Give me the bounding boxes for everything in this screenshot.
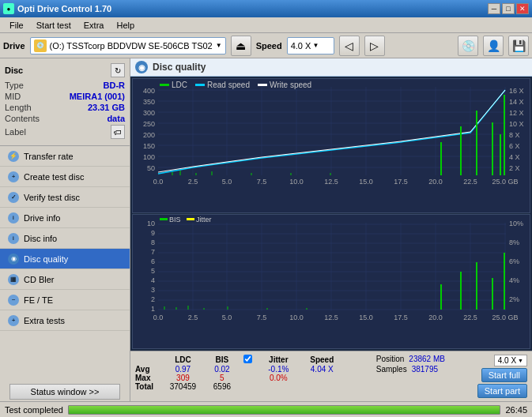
menubar: File Start test Extra Help <box>0 17 532 33</box>
write-speed-legend-color <box>258 84 267 86</box>
svg-text:1: 1 <box>151 305 155 313</box>
sidebar-item-disc-quality[interactable]: ◉ Disc quality <box>0 249 130 269</box>
sidebar: Disc ↻ Type BD-R MID MEIRA1 (001) Length… <box>0 58 130 401</box>
contents-value: data <box>107 114 125 123</box>
max-bis: 5 <box>205 374 240 382</box>
svg-text:25.0 GB: 25.0 GB <box>492 314 518 321</box>
speed-header: Speed <box>300 355 344 365</box>
total-bis: 6596 <box>205 382 240 391</box>
menu-extra[interactable]: Extra <box>77 19 111 32</box>
svg-text:20.0: 20.0 <box>428 314 443 321</box>
menu-file[interactable]: File <box>3 19 30 32</box>
mid-label: MID <box>5 92 21 101</box>
jitter-header: Jitter <box>257 355 300 365</box>
total-label: Total <box>135 382 161 391</box>
avg-label: Avg <box>135 365 161 374</box>
svg-text:2.5: 2.5 <box>188 178 198 186</box>
speed-label: Speed <box>256 41 282 51</box>
sidebar-item-drive-info[interactable]: i Drive info <box>0 208 130 228</box>
svg-text:12.5: 12.5 <box>324 314 338 321</box>
sidebar-nav: ⚡ Transfer rate + Create test disc ✓ Ver… <box>0 146 130 382</box>
disc-info-icon: i <box>8 233 19 244</box>
total-ldc: 370459 <box>161 382 205 391</box>
label-icon-button[interactable]: 🏷 <box>111 125 125 139</box>
start-part-button[interactable]: Start part <box>477 384 527 398</box>
avg-ldc: 0.97 <box>161 365 205 374</box>
disc-refresh-button[interactable]: ↻ <box>111 63 125 77</box>
status-text: Test completed <box>5 405 63 415</box>
drivebar: Drive 💿 (O:) TSSTcorp BDDVDW SE-506CB TS… <box>0 33 532 58</box>
speed-select[interactable]: 4.0 X ▼ <box>287 37 334 54</box>
svg-text:10 X: 10 X <box>509 120 524 128</box>
back-button[interactable]: ◁ <box>339 36 360 56</box>
drive-select[interactable]: 💿 (O:) TSSTcorp BDDVDW SE-506CB TS02 ▼ <box>30 37 226 54</box>
extra-tests-icon: + <box>8 315 19 326</box>
length-label: Length <box>5 103 32 112</box>
svg-text:10.0: 10.0 <box>289 178 304 186</box>
jitter-checkbox[interactable] <box>243 355 252 363</box>
mid-value: MEIRA1 (001) <box>70 92 125 101</box>
type-label: Type <box>5 81 24 90</box>
menu-start-test[interactable]: Start test <box>30 19 77 32</box>
nav-label-verify-test-disc: Verify test disc <box>24 193 80 202</box>
svg-text:3: 3 <box>151 286 155 294</box>
samples-label: Samples <box>376 365 407 374</box>
svg-text:4%: 4% <box>509 276 519 284</box>
samples-value: 381795 <box>412 365 438 374</box>
svg-text:7.5: 7.5 <box>257 178 267 186</box>
svg-text:6 X: 6 X <box>509 142 520 150</box>
disc-panel: Disc ↻ Type BD-R MID MEIRA1 (001) Length… <box>0 58 130 146</box>
svg-text:10%: 10% <box>509 220 523 227</box>
read-speed-legend-label: Read speed <box>207 81 250 89</box>
disc-quality-header: ◉ Disc quality <box>130 58 532 77</box>
max-jitter: 0.0% <box>257 374 300 382</box>
avg-speed: 4.04 X <box>300 365 344 374</box>
sidebar-item-verify-test-disc[interactable]: ✓ Verify test disc <box>0 187 130 208</box>
max-ldc: 309 <box>161 374 205 382</box>
label-label: Label <box>5 127 26 137</box>
close-button[interactable]: ✕ <box>516 3 529 14</box>
sidebar-item-disc-info[interactable]: i Disc info <box>0 228 130 249</box>
svg-text:2%: 2% <box>509 295 519 303</box>
svg-text:8%: 8% <box>509 239 519 246</box>
action-buttons: 4.0 X ▼ Start full Start part <box>477 355 527 398</box>
menu-help[interactable]: Help <box>110 19 141 32</box>
position-label: Position <box>376 355 405 363</box>
minimize-button[interactable]: ─ <box>488 3 500 14</box>
disc-button[interactable]: 💿 <box>458 36 478 56</box>
progress-bar-fill <box>69 406 500 414</box>
forward-button[interactable]: ▷ <box>364 36 385 56</box>
svg-text:7.5: 7.5 <box>257 314 267 321</box>
transfer-rate-icon: ⚡ <box>8 151 19 162</box>
ldc-legend-label: LDC <box>172 81 187 89</box>
svg-text:200: 200 <box>143 131 155 139</box>
svg-text:Jitter: Jitter <box>196 216 212 224</box>
speed-value: 4.0 X <box>291 41 311 51</box>
write-speed-legend-label: Write speed <box>270 81 311 89</box>
sidebar-item-transfer-rate[interactable]: ⚡ Transfer rate <box>0 146 130 167</box>
svg-text:20.0: 20.0 <box>428 178 443 186</box>
position-value: 23862 MB <box>409 355 445 363</box>
svg-text:350: 350 <box>143 98 155 106</box>
statusbar: Test completed 26:45 <box>0 401 532 417</box>
nav-label-transfer-rate: Transfer rate <box>24 152 74 161</box>
start-full-button[interactable]: Start full <box>481 368 527 382</box>
svg-text:0.0: 0.0 <box>153 178 164 186</box>
speed-display: 4.0 X ▼ <box>494 355 527 366</box>
maximize-button[interactable]: □ <box>502 3 515 14</box>
save-button[interactable]: 💾 <box>508 36 529 56</box>
svg-text:2: 2 <box>151 295 155 303</box>
eject-button[interactable]: ⏏ <box>231 36 251 56</box>
sidebar-item-cd-bler[interactable]: ▦ CD Bler <box>0 269 130 290</box>
status-window-button[interactable]: Status window >> <box>9 384 120 400</box>
time-text: 26:45 <box>505 405 527 415</box>
svg-text:5.0: 5.0 <box>222 178 232 186</box>
svg-text:12.5: 12.5 <box>324 178 338 186</box>
sidebar-item-create-test-disc[interactable]: + Create test disc <box>0 167 130 187</box>
svg-text:15.0: 15.0 <box>359 314 373 321</box>
read-speed-legend-color <box>195 84 205 86</box>
create-test-disc-icon: + <box>8 171 19 182</box>
profile-button[interactable]: 👤 <box>483 36 504 56</box>
sidebar-item-fe-te[interactable]: ~ FE / TE <box>0 290 130 310</box>
sidebar-item-extra-tests[interactable]: + Extra tests <box>0 310 130 331</box>
